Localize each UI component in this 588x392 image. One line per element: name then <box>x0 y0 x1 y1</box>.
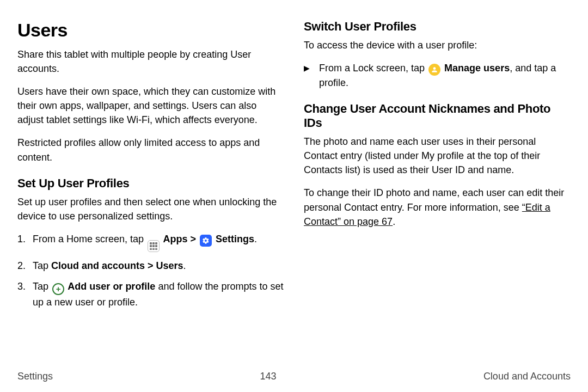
step-1-end: . <box>254 234 257 244</box>
apps-label: Apps <box>161 234 187 244</box>
apps-icon <box>148 240 160 252</box>
intro-para-2: Users have their own space, which they c… <box>17 84 284 127</box>
intro-para-1: Share this tablet with multiple people b… <box>17 47 284 76</box>
settings-label: Settings <box>213 234 254 244</box>
setup-intro: Set up user profiles and then select one… <box>17 195 284 223</box>
step-3-b: Add user or profile <box>65 281 155 292</box>
step-2-b: Cloud and accounts > Users <box>51 260 183 271</box>
add-icon: + <box>52 283 64 295</box>
heading-change-nicknames: Change User Account Nicknames and Photo … <box>304 102 571 130</box>
intro-para-3: Restricted profiles allow only limited a… <box>17 136 284 164</box>
manage-users-icon <box>428 64 440 76</box>
heading-set-up-user-profiles: Set Up User Profiles <box>17 176 284 191</box>
step-2-c: . <box>183 260 186 271</box>
change-p2: To change their ID photo and name, each … <box>304 186 571 228</box>
change-p1: The photo and name each user uses in the… <box>304 134 571 177</box>
footer-page-number: 143 <box>260 371 276 382</box>
page-footer: Settings 143 Cloud and Accounts <box>17 371 571 382</box>
footer-left: Settings <box>17 371 53 382</box>
step-2: Tap Cloud and accounts > Users. <box>17 259 284 273</box>
switch-intro: To access the device with a user profile… <box>304 38 571 52</box>
step-1-text-a: From a Home screen, tap <box>33 234 146 244</box>
switch-step-a: From a Lock screen, tap <box>319 63 427 74</box>
change-p2-b: . <box>393 216 395 227</box>
page-title: Users <box>17 20 284 41</box>
settings-icon <box>200 235 212 247</box>
setup-steps: From a Home screen, tap Apps > Settings.… <box>17 232 284 309</box>
manage-users-label: Manage users <box>442 63 510 74</box>
step-3-a: Tap <box>33 281 51 292</box>
heading-switch-user-profiles: Switch User Profiles <box>304 20 571 34</box>
step-3: Tap + Add user or profile and follow the… <box>17 279 284 309</box>
step-1: From a Home screen, tap Apps > Settings. <box>17 232 284 252</box>
switch-step: From a Lock screen, tap Manage users, an… <box>304 61 571 90</box>
step-1-sep: > <box>187 234 199 244</box>
footer-right: Cloud and Accounts <box>483 371 571 382</box>
step-2-a: Tap <box>33 260 51 271</box>
